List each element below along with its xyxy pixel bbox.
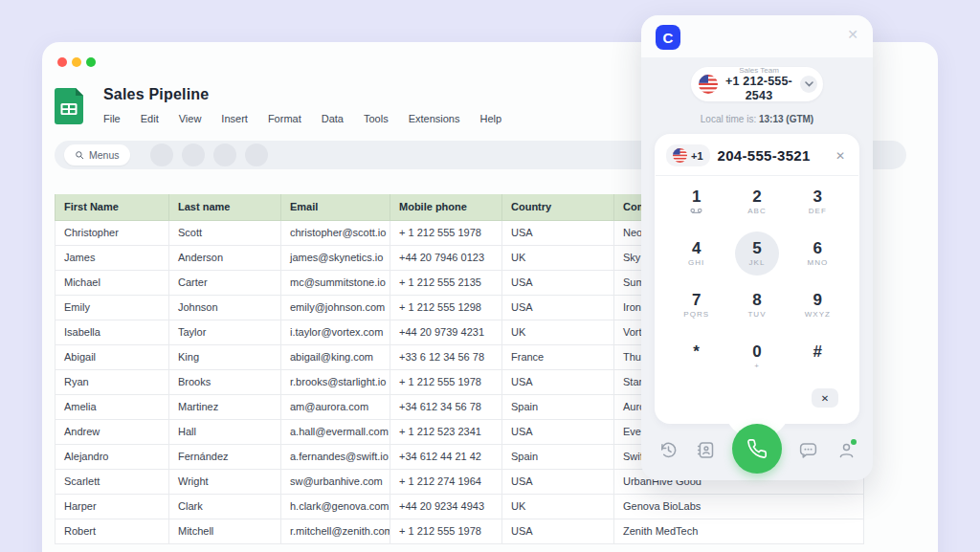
table-cell[interactable]: Ryan [56,369,169,394]
table-cell[interactable]: + 1 212 555 1978 [390,369,502,394]
close-window-button[interactable] [57,57,67,67]
table-cell[interactable]: Anderson [169,245,281,270]
close-icon[interactable]: ✕ [847,28,858,41]
table-cell[interactable]: UK [502,320,614,344]
table-cell[interactable]: USA [502,469,614,494]
table-cell[interactable]: r.mitchell@zenith.com [281,519,390,543]
table-cell[interactable]: Robert [56,519,169,543]
table-cell[interactable]: + 1 212 274 1964 [390,469,502,494]
table-cell[interactable]: USA [502,369,614,394]
keypad-key-4[interactable]: 4GHI [666,228,726,279]
table-cell[interactable]: Mitchell [169,519,281,543]
table-cell[interactable]: abigail@king.com [281,344,390,369]
table-cell[interactable]: emily@johnson.com [281,295,390,320]
table-cell[interactable]: Abigail [56,344,169,369]
table-cell[interactable]: USA [502,270,614,295]
keypad-key-1[interactable]: 1 [666,176,726,228]
contacts-button[interactable] [695,438,718,461]
table-cell[interactable]: +34 612 34 56 78 [390,394,502,419]
table-cell[interactable]: Brooks [169,369,281,394]
table-cell[interactable]: Spain [502,394,614,419]
table-cell[interactable]: James [56,245,169,270]
menu-item-help[interactable]: Help [479,113,501,124]
table-cell[interactable]: Carter [169,270,281,295]
keypad-key-9[interactable]: 9WXYZ [788,279,848,331]
table-cell[interactable]: Scarlett [56,469,169,494]
table-cell[interactable]: i.taylor@vortex.com [281,320,390,344]
table-cell[interactable]: USA [502,519,614,543]
table-cell[interactable]: King [169,344,281,369]
toolbar-button[interactable] [182,144,205,166]
agents-button[interactable] [835,438,858,461]
table-cell[interactable]: USA [502,295,614,320]
toolbar-button[interactable] [213,144,236,166]
table-cell[interactable]: am@aurora.com [281,394,390,419]
keypad-key-*[interactable]: * [666,331,726,383]
menus-search-button[interactable]: Menus [64,144,130,166]
table-cell[interactable]: a.hall@evermall.com [281,419,390,444]
table-cell[interactable]: Spain [502,444,614,469]
table-cell[interactable]: christopher@scott.io [281,220,390,245]
table-cell[interactable]: Clark [169,494,281,519]
keypad-key-6[interactable]: 6MNO [788,228,848,279]
table-cell[interactable]: +44 20 9234 4943 [390,494,502,519]
menu-item-view[interactable]: View [179,113,202,124]
table-cell[interactable]: UK [502,494,614,519]
table-cell[interactable]: r.brooks@starlight.io [281,369,390,394]
table-cell[interactable]: Isabella [56,320,169,344]
table-cell[interactable]: +44 20 7946 0123 [390,245,502,270]
table-cell[interactable]: Alejandro [56,444,169,469]
keypad-key-3[interactable]: 3DEF [788,176,848,228]
table-cell[interactable]: +44 20 9739 4231 [390,320,502,344]
table-cell[interactable]: Wright [169,469,281,494]
table-cell[interactable]: Scott [169,220,281,245]
table-cell[interactable]: USA [502,419,614,444]
table-cell[interactable]: james@skynetics.io [281,245,390,270]
table-cell[interactable]: Andrew [56,419,169,444]
table-cell[interactable]: USA [502,220,614,245]
table-cell[interactable]: Johnson [169,295,281,320]
menu-item-data[interactable]: Data [322,113,344,124]
keypad-key-7[interactable]: 7PQRS [666,279,726,331]
toolbar-button[interactable] [150,144,173,166]
table-cell[interactable]: + 1 212 555 2135 [390,270,502,295]
clear-number-icon[interactable]: ✕ [833,147,848,165]
keypad-key-#[interactable]: # [788,331,848,383]
table-cell[interactable]: Emily [56,295,169,320]
table-cell[interactable]: Hall [169,419,281,444]
table-cell[interactable]: a.fernandes@swift.io [281,444,390,469]
menu-item-extensions[interactable]: Extensions [409,113,460,124]
menu-item-edit[interactable]: Edit [141,113,159,124]
table-cell[interactable]: Martinez [169,394,281,419]
keypad-key-2[interactable]: 2ABC [726,176,787,228]
outbound-line-selector[interactable]: Sales Team +1 212-555-2543 [691,67,823,101]
keypad-key-8[interactable]: 8TUV [726,279,787,331]
table-cell[interactable]: Taylor [169,320,281,344]
table-cell[interactable]: +34 612 44 21 42 [390,444,502,469]
table-cell[interactable]: Amelia [56,394,169,419]
backspace-key[interactable]: ✕ [812,388,838,408]
column-header[interactable]: First Name [56,194,169,220]
table-cell[interactable]: + 1 212 555 1978 [390,519,502,543]
phone-number-input[interactable]: 204-555-3521 [718,147,833,164]
table-cell[interactable]: + 1 212 523 2341 [390,419,502,444]
column-header[interactable]: Email [281,194,390,220]
table-cell[interactable]: Michael [56,270,169,295]
menu-item-file[interactable]: File [103,113,121,124]
table-cell[interactable]: Zenith MedTech [614,519,864,543]
menu-item-format[interactable]: Format [268,113,301,124]
country-prefix-selector[interactable]: +1 [666,144,710,166]
maximize-window-button[interactable] [86,57,96,67]
keypad-key-5[interactable]: 5JKL [726,228,787,279]
table-cell[interactable]: + 1 212 555 1298 [390,295,502,320]
column-header[interactable]: Mobile phone [390,194,502,220]
chevron-down-icon[interactable] [800,76,817,93]
table-cell[interactable]: Genova BioLabs [614,494,864,519]
toolbar-button[interactable] [245,144,268,166]
table-cell[interactable]: + 1 212 555 1978 [390,220,502,245]
table-cell[interactable]: Christopher [56,220,169,245]
table-cell[interactable]: h.clark@genova.com [281,494,390,519]
minimize-window-button[interactable] [72,57,81,67]
table-cell[interactable]: Fernández [169,444,281,469]
menu-item-tools[interactable]: Tools [364,113,389,124]
